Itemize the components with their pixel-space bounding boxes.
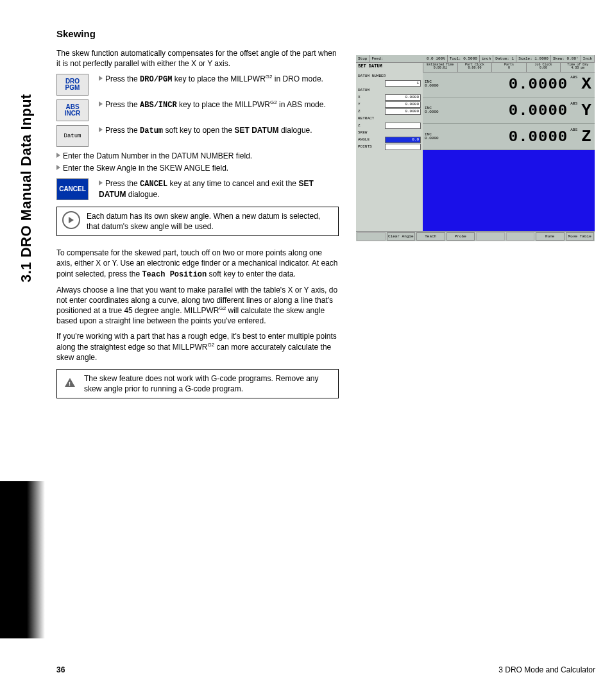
input-x[interactable]: 0.0000 [385,94,421,101]
lbl-datum-number: DATUM NUMBER [358,74,386,79]
axis-z: Z [580,127,595,146]
dro-value-y: 0.0000 [448,102,570,119]
para-2: To compensate for the skewed part, touch… [56,248,339,280]
graphic-pane [423,150,595,232]
dro-screenshot: Stop Feed:0.0 100% Tool: 0.5000 inch Dat… [356,55,595,241]
softkey-move-table[interactable]: Move Table [566,232,595,241]
side-tab-text: 3.1 DRO Manual Data Input [18,94,35,282]
side-tab: 3.1 DRO Manual Data Input [18,26,33,282]
abs-label: ABS [570,128,577,132]
triangle-icon [99,127,103,132]
topbar-stop: Stop [356,55,370,62]
heading-skewing: Skewing [56,28,339,39]
topbar-scale: Scale: 1.0000 [516,55,551,62]
note-box-2: ! The skew feature does not work with G-… [56,369,339,398]
step-2: ABS INCR Press the ABS/INCR key to place… [56,99,339,121]
input-z[interactable]: 0.0000 [385,108,421,115]
lbl-datum: DATUM [358,89,370,93]
axis-y: Y [580,101,595,120]
key-line: INCR [65,110,80,117]
lbl-points: POINTS [358,145,372,149]
input-skew-angle[interactable]: 0.0 [385,137,421,143]
intro-para: The skew function automatically compensa… [56,48,339,69]
arrow-icon [69,217,74,223]
lbl-angle: ANGLE [358,138,370,142]
softkey-1[interactable] [357,232,386,241]
set-datum-panel: DATUM NUMBER 1 DATUM X0.0000 Y0.0000 Z0.… [356,71,423,232]
lbl-skew: SKEW [358,131,367,135]
step-text: Press the CANCEL key at any time to canc… [99,178,339,200]
para-4: If you're working with a part that has a… [56,331,339,363]
key-datum[interactable]: Datum [56,125,89,147]
step-text: Press the DRO/PGM key to place the MILLP… [99,74,339,85]
triangle-icon [99,180,103,185]
dro-mini: INC0.0000 [423,107,448,115]
lbl-z: Z [358,110,361,114]
shot-topbar: Stop Feed:0.0 100% Tool: 0.5000 inch Dat… [356,55,595,63]
softkey-teach[interactable]: Teach [416,232,445,241]
triangle-icon [56,165,60,170]
key-dro-pgm[interactable]: DRO PGM [56,74,89,96]
step-4: Enter the Datum Number in the DATUM NUMB… [56,151,339,161]
key-line: PGM [65,85,80,92]
time-job: Job Clock0:00 [526,63,561,72]
lbl-rz: Z [358,124,361,128]
input-points[interactable] [385,144,421,150]
softkey-6[interactable] [506,232,535,241]
dro-mini: INC0.0000 [423,133,448,141]
dro-mini: INC0.0000 [423,80,448,89]
para-3: Always choose a line that you want to ma… [56,285,339,327]
page-footer: 36 3 DRO Mode and Calculator [56,665,595,674]
note-icon [62,211,80,229]
key-abs-incr[interactable]: ABS INCR [56,99,89,121]
axis-x: X [580,74,595,94]
softkey-5[interactable] [476,232,505,241]
dro-panel: INC0.0000 0.0000 ABS X INC0.0000 0.0000 … [423,71,595,232]
step-1: DRO PGM Press the DRO/PGM key to place t… [56,74,339,96]
key-cancel[interactable]: CANCEL [56,178,89,200]
step-text: Press the ABS/INCR key to place the MILL… [99,99,339,110]
warning-icon: ! [62,373,78,389]
step-5: Enter the Skew Angle in the SKEW ANGLE f… [56,163,339,173]
shot-body: DATUM NUMBER 1 DATUM X0.0000 Y0.0000 Z0.… [356,71,595,232]
set-datum-label: SET DATUM [356,63,423,72]
topbar-tool: Tool: 0.5000 [448,55,480,62]
note-text: Each datum has its own skew angle. When … [87,211,333,232]
chapter-title: 3 DRO Mode and Calculator [498,665,595,674]
key-line: CANCEL [59,186,86,193]
thumb-tab [0,481,45,638]
input-y[interactable]: 0.0000 [385,101,421,108]
softkey-probe[interactable]: Probe [446,232,475,241]
time-est: Estimated Time0:00:01 [423,63,457,72]
abs-label: ABS [570,75,577,80]
topbar-feed: Feed:0.0 100% [370,55,447,62]
softkey-none[interactable]: None [536,232,565,241]
topbar-datum: Datum: 1 [493,55,516,62]
note-text: The skew feature does not work with G-co… [84,373,333,394]
page-content: Skewing The skew function automatically … [56,28,339,407]
lbl-y: Y [358,103,361,107]
time-tod: Time of Day4:33 pm [560,63,595,72]
dro-value-z: 0.0000 [448,128,570,146]
dro-row-x: INC0.0000 0.0000 ABS X [423,71,595,98]
triangle-icon [56,153,60,158]
softkey-clear-angle[interactable]: Clear Angle [387,232,416,241]
page-number: 36 [56,665,65,674]
lbl-x: X [358,96,361,100]
time-parts: Parts0 [491,63,526,72]
topbar-unit: inch [480,55,493,62]
dro-row-y: INC0.0000 0.0000 ABS Y [423,98,595,124]
note-box-1: Each datum has its own skew angle. When … [56,207,339,236]
topbar-skew: Skew: 0.00° [551,55,581,62]
dro-row-z: INC0.0000 0.0000 ABS Z [423,124,595,150]
input-datum-number[interactable]: 1 [385,80,421,87]
input-retract-z[interactable] [385,123,421,129]
topbar-inch: Inch [581,55,595,62]
triangle-icon [99,76,103,81]
time-part: Part Clock0:00:00 [457,63,492,72]
step-text: Press the Datum soft key to open the SET… [99,125,339,136]
step-6: CANCEL Press the CANCEL key at any time … [56,178,339,200]
lbl-retract: RETRACT [358,117,374,121]
shot-softkeys: Clear Angle Teach Probe None Move Table [356,231,595,241]
dro-value-x: 0.0000 [448,76,570,93]
